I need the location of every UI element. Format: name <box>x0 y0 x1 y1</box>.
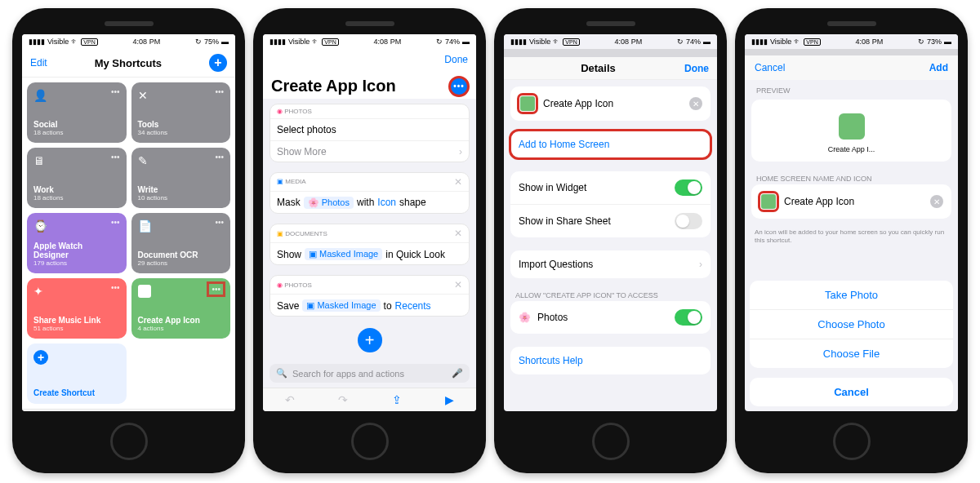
select-photos-row[interactable]: Select photos <box>270 118 469 140</box>
sync-icon: ↻ <box>677 38 684 46</box>
tile-label: Tools <box>138 120 225 129</box>
wifi-icon: ᯤ <box>71 38 78 46</box>
shortcuts-help-row[interactable]: Shortcuts Help <box>510 347 710 374</box>
document-icon: 📄 <box>138 219 225 233</box>
tile-create-shortcut[interactable]: +Create Shortcut <box>27 343 127 404</box>
photos-variable[interactable]: 🌸 Photos <box>304 197 354 209</box>
more-icon[interactable]: ••• <box>208 283 224 295</box>
shortcut-icon[interactable] <box>519 95 537 113</box>
choose-file-button[interactable]: Choose File <box>750 339 953 368</box>
more-icon[interactable]: ••• <box>111 283 120 292</box>
tile-share-music-link[interactable]: •••✦Share Music Link51 actions <box>27 278 127 339</box>
done-button[interactable]: Done <box>444 54 468 65</box>
home-name-input[interactable]: Create App Icon <box>784 196 854 207</box>
shortcut-name: Create App Icon <box>543 98 613 109</box>
more-icon[interactable]: ••• <box>215 153 224 162</box>
shortcut-name-row[interactable]: Create App Icon ✕ <box>510 86 710 121</box>
carrier-label: Visible <box>288 38 310 46</box>
show-more-row[interactable]: Show More› <box>270 140 469 162</box>
sheet-cancel-button[interactable]: Cancel <box>750 378 953 406</box>
icon-param[interactable]: Icon <box>377 197 396 208</box>
wifi-icon: ᯤ <box>553 38 560 46</box>
remove-action-button[interactable]: ✕ <box>454 176 462 188</box>
show-widget-toggle[interactable] <box>675 179 702 196</box>
vpn-badge: VPN <box>804 38 820 46</box>
remove-action-button[interactable]: ✕ <box>454 228 462 239</box>
tile-sub: 4 actions <box>138 325 225 332</box>
media-icon: ▣ <box>277 178 283 185</box>
more-icon[interactable]: ••• <box>215 87 224 96</box>
photos-access-toggle[interactable] <box>675 309 702 326</box>
battery-icon: ▬ <box>944 38 951 46</box>
clock: 4:08 PM <box>133 38 161 46</box>
home-button[interactable] <box>110 423 148 460</box>
tile-document-ocr[interactable]: •••📄Document OCR29 actions <box>131 213 231 273</box>
mic-icon[interactable]: 🎤 <box>452 368 463 379</box>
home-button[interactable] <box>592 423 630 460</box>
home-button[interactable] <box>833 423 871 460</box>
help-section: Shortcuts Help <box>510 347 710 374</box>
more-icon[interactable]: ••• <box>215 218 224 227</box>
cancel-button[interactable]: Cancel <box>755 62 785 73</box>
choose-photo-button[interactable]: Choose Photo <box>750 310 953 339</box>
phone-3: ▮▮▮▮ Visible ᯤ VPN 4:08 PM ↻ 74% ▬ Detai… <box>494 8 727 473</box>
clear-input-button[interactable]: ✕ <box>930 195 943 208</box>
add-to-home-screen-row[interactable]: Add to Home Screen <box>510 131 710 158</box>
add-action-button[interactable]: + <box>358 328 382 352</box>
tile-tools[interactable]: •••✕Tools34 actions <box>131 82 231 143</box>
show-row[interactable]: Show ▣ Masked Image in Quick Look <box>270 242 469 265</box>
clear-name-button[interactable]: ✕ <box>689 97 702 110</box>
undo-button[interactable]: ↶ <box>285 393 295 406</box>
action-photos-select: ◉ PHOTOS Select photos Show More› <box>270 104 470 162</box>
more-icon[interactable]: ••• <box>111 153 120 162</box>
masked-image-variable[interactable]: ▣ Masked Image <box>302 299 380 312</box>
add-button[interactable]: Add <box>929 62 948 73</box>
tile-social[interactable]: •••👤Social18 actions <box>27 82 127 143</box>
details-navbar: Details Done <box>504 57 717 80</box>
watch-icon: ⌚ <box>33 219 120 233</box>
carrier-label: Visible <box>47 38 69 46</box>
shortcut-settings-button[interactable]: ••• <box>450 78 468 95</box>
home-icon-button[interactable] <box>760 193 777 210</box>
home-button[interactable] <box>351 423 389 460</box>
tile-sub: 51 actions <box>33 325 120 332</box>
shortcut-title: Create App Icon <box>271 77 396 95</box>
speaker <box>827 21 876 26</box>
save-row[interactable]: Save ▣ Masked Image to Recents <box>270 294 469 317</box>
search-bar[interactable]: 🔍 Search for apps and actions 🎤 <box>270 364 470 383</box>
share-button[interactable]: ⇪ <box>392 393 402 406</box>
clock: 4:08 PM <box>615 38 643 46</box>
recents-param[interactable]: Recents <box>395 300 431 312</box>
masked-image-variable[interactable]: ▣ Masked Image <box>305 248 382 260</box>
import-questions-row[interactable]: Import Questions › <box>510 250 710 278</box>
photos-access-row: 🌸Photos <box>510 301 710 334</box>
tile-apple-watch-designer[interactable]: •••⌚Apple Watch Designer179 actions <box>27 213 127 273</box>
battery-percent: 73% <box>927 38 942 46</box>
tile-create-app-icon[interactable]: •••Create App Icon4 actions <box>131 278 231 339</box>
section-label: DOCUMENTS <box>285 230 327 237</box>
edit-button[interactable]: Edit <box>30 57 47 69</box>
more-icon[interactable]: ••• <box>111 87 120 96</box>
section-label: PHOTOS <box>284 281 312 289</box>
done-button[interactable]: Done <box>684 63 709 74</box>
clock: 4:08 PM <box>374 38 402 46</box>
phone-1: ▮▮▮▮ Visible ᯤ VPN 4:08 PM ↻ 75% ▬ Edit … <box>12 8 245 473</box>
redo-button[interactable]: ↷ <box>338 393 348 406</box>
remove-action-button[interactable]: ✕ <box>454 279 462 290</box>
photos-app-icon: 🌸 <box>519 312 531 323</box>
mask-row[interactable]: Mask 🌸 Photos with Icon shape <box>270 191 469 214</box>
more-icon[interactable]: ••• <box>111 218 120 227</box>
tile-write[interactable]: •••✎Write10 actions <box>131 148 231 208</box>
battery-icon: ▬ <box>703 38 710 46</box>
run-button[interactable]: ▶ <box>445 393 454 406</box>
tile-work[interactable]: •••🖥Work18 actions <box>27 148 127 208</box>
take-photo-button[interactable]: Take Photo <box>750 281 953 310</box>
battery-icon: ▬ <box>462 38 470 46</box>
add-shortcut-button[interactable]: + <box>209 54 227 72</box>
action-documents-show: ▣ DOCUMENTS✕ Show ▣ Masked Image in Quic… <box>270 224 470 265</box>
battery-percent: 75% <box>204 38 219 46</box>
show-share-toggle[interactable] <box>675 213 702 229</box>
preview-box: Create App I... <box>751 100 951 162</box>
tile-label: Write <box>138 185 225 194</box>
screen-add-to-home: ▮▮▮▮ Visible ᯤ VPN 4:08 PM ↻ 73% ▬ Cance… <box>745 34 958 411</box>
